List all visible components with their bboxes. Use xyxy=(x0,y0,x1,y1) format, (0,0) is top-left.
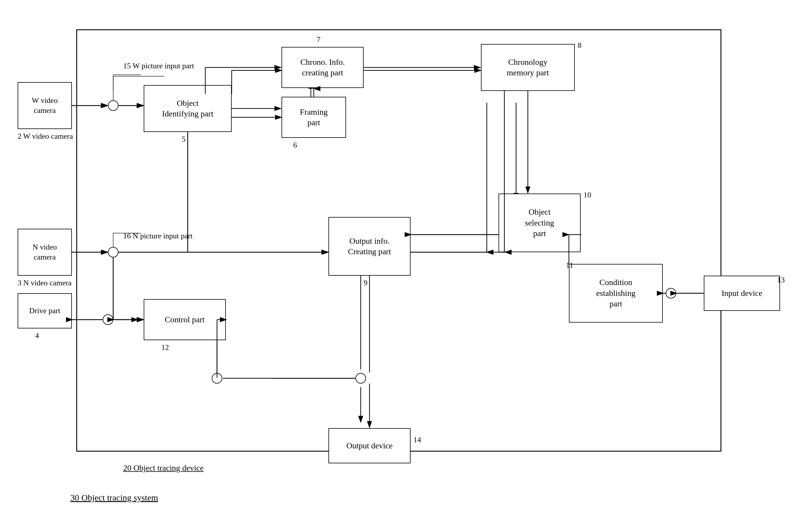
object-tracing-device-label: 20 Object tracing device xyxy=(123,463,204,473)
input-device-block: Input device xyxy=(704,276,780,311)
control-part-block: Control part xyxy=(144,299,226,340)
output-junction-circle xyxy=(355,373,366,383)
w-camera-number: 2 W video camera xyxy=(18,132,73,141)
w-camera-circle xyxy=(108,100,118,111)
chronology-memory-block: Chronology memory part xyxy=(481,44,575,91)
output-device-block: Output device xyxy=(328,428,410,463)
object-identifying-number: 5 xyxy=(182,135,185,144)
object-identifying-block: Object Identifying part xyxy=(144,85,232,132)
drive-circle xyxy=(103,314,113,325)
object-tracing-system-label: 30 Object tracing system xyxy=(70,493,158,502)
output-info-number: 9 xyxy=(364,279,368,287)
n-picture-input-label: 16 N picture input part xyxy=(123,232,193,240)
condition-establishing-block: Condition establishing part xyxy=(569,264,663,322)
input-device-circle xyxy=(666,288,676,298)
control-junction-circle xyxy=(212,373,222,383)
control-part-number: 12 xyxy=(161,343,169,352)
framing-part-block: Framing part xyxy=(282,97,346,138)
object-selecting-block: Object selecting part xyxy=(498,194,581,252)
object-selecting-number: 10 xyxy=(584,191,591,199)
chronology-memory-number: 8 xyxy=(578,41,581,50)
framing-part-number: 6 xyxy=(293,141,297,149)
condition-establishing-number: 11 xyxy=(566,261,573,270)
chrono-info-number: 7 xyxy=(317,35,321,44)
drive-part-block: Drive part xyxy=(18,293,72,328)
output-device-number: 14 xyxy=(413,435,421,444)
chrono-info-block: Chrono. Info. creating part xyxy=(282,47,364,88)
n-camera-circle xyxy=(108,247,118,257)
n-camera-block: N video camera xyxy=(18,229,72,276)
input-device-number: 13 xyxy=(777,276,785,284)
drive-part-number: 4 xyxy=(35,332,39,340)
w-picture-input-label: 15 W picture input part xyxy=(123,62,194,70)
output-info-block: Output info. Creating part xyxy=(328,217,410,276)
w-camera-block: W video camera xyxy=(18,82,72,129)
n-camera-number: 3 N video camera xyxy=(18,279,71,287)
diagram-container: W video camera 2 W video camera N video … xyxy=(12,12,798,505)
